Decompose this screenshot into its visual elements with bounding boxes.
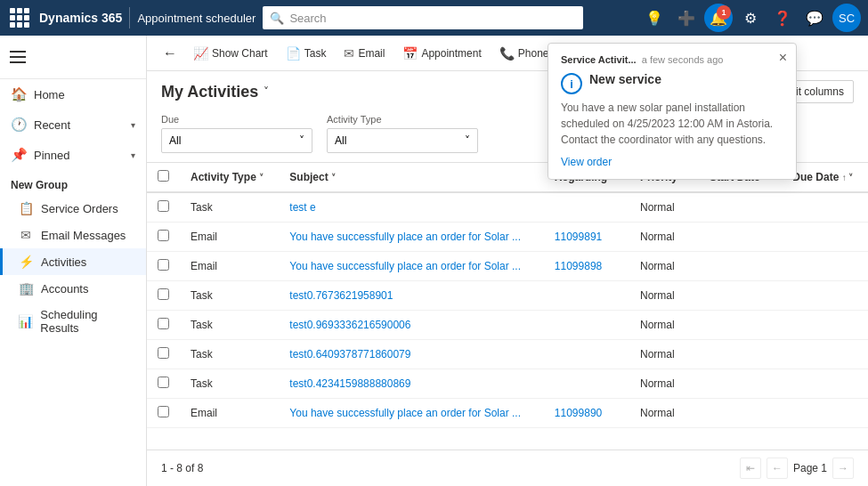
user-avatar[interactable]: SC (832, 4, 861, 32)
subject-link-5[interactable]: test0.6409378771860079 (289, 348, 410, 360)
subject-link-7[interactable]: You have successfully place an order for… (289, 407, 521, 419)
recent-icon: 🕐 (11, 117, 27, 133)
cell-subject: You have successfully place an order for… (279, 252, 544, 281)
hamburger-button[interactable] (4, 43, 32, 71)
cell-due-date (782, 340, 868, 369)
sidebar-home-label: Home (34, 88, 65, 101)
row-checkbox-0[interactable] (158, 200, 169, 212)
activities-icon: ⚡ (18, 255, 34, 269)
title-dropdown-arrow[interactable]: ˅ (264, 85, 269, 98)
sidebar: 🏠 Home 🕐 Recent ▾ 📌 Pinned ▾ New Group 📋… (0, 36, 147, 486)
cell-regarding: 11099898 (544, 252, 629, 281)
table-row: Task test e Normal (147, 192, 868, 223)
row-checkbox-cell (147, 340, 180, 369)
add-button[interactable]: ➕ (672, 4, 701, 32)
show-chart-button[interactable]: 📈 Show Chart (186, 43, 275, 64)
col-activity-type[interactable]: Activity Type ˅ (180, 163, 279, 192)
regarding-link-7[interactable]: 11099890 (555, 407, 602, 419)
nav-divider (129, 7, 130, 28)
subject-link-0[interactable]: test e (289, 201, 315, 214)
sidebar-item-home[interactable]: 🏠 Home (0, 79, 146, 109)
prev-page-button[interactable]: ← (767, 458, 788, 479)
cell-due-date (782, 281, 868, 311)
row-checkbox-2[interactable] (158, 259, 169, 271)
table-row: Task test0.6409378771860079 Normal (147, 340, 868, 369)
due-filter-chevron: ˅ (299, 134, 304, 147)
cell-due-date (782, 311, 868, 340)
due-filter-select[interactable]: All ˅ (161, 128, 312, 153)
help-button[interactable]: ❓ (768, 4, 797, 32)
regarding-link-2[interactable]: 11099898 (555, 260, 602, 272)
select-all-checkbox[interactable] (158, 170, 169, 182)
col-subject[interactable]: Subject ˅ (279, 163, 544, 192)
search-bar[interactable]: 🔍 Search (263, 6, 583, 29)
brand-name: Dynamics 365 (39, 11, 122, 25)
cell-regarding: 11099891 (544, 223, 629, 252)
home-icon: 🏠 (11, 86, 27, 102)
subject-sort: ˅ (331, 173, 336, 182)
email-btn-icon: ✉ (344, 46, 354, 61)
activity-type-value: All (335, 134, 346, 147)
sidebar-item-scheduling-results[interactable]: 📊 Scheduling Results (0, 302, 146, 341)
row-checkbox-7[interactable] (158, 406, 169, 417)
notification-info-icon: i (561, 73, 582, 94)
notification-button[interactable]: 🔔 1 (704, 4, 733, 32)
task-button[interactable]: 📄 Task (279, 43, 334, 64)
sidebar-item-pinned[interactable]: 📌 Pinned ▾ (0, 140, 146, 170)
sidebar-item-activities[interactable]: ⚡ Activities (0, 248, 146, 275)
email-button[interactable]: ✉ Email (337, 43, 392, 64)
cell-priority: Normal (629, 399, 699, 428)
row-checkbox-cell (147, 223, 180, 252)
cell-subject: test e (279, 192, 544, 223)
next-page-button[interactable]: → (832, 458, 854, 479)
cell-subject: You have successfully place an order for… (279, 223, 544, 252)
subject-link-6[interactable]: test0.4234159888880869 (289, 377, 410, 390)
sidebar-item-email-messages[interactable]: ✉ Email Messages (0, 222, 146, 248)
cell-priority: Normal (629, 192, 699, 223)
table-row: Email You have successfully place an ord… (147, 223, 868, 252)
row-checkbox-4[interactable] (158, 318, 169, 329)
cell-activity-type: Email (180, 399, 279, 428)
service-orders-icon: 📋 (18, 201, 34, 215)
pinned-chevron: ▾ (131, 150, 135, 160)
regarding-link-1[interactable]: 11099891 (555, 231, 602, 243)
notification-close-button[interactable]: × (779, 51, 787, 65)
due-filter-label: Due (161, 114, 312, 125)
row-checkbox-1[interactable] (158, 230, 169, 241)
waffle-menu-button[interactable] (7, 5, 32, 30)
subject-link-1[interactable]: You have successfully place an order for… (289, 231, 521, 243)
table-row: Email You have successfully place an ord… (147, 399, 868, 428)
cell-regarding (544, 369, 629, 399)
sidebar-item-recent[interactable]: 🕐 Recent ▾ (0, 109, 146, 140)
cell-start-date (699, 340, 782, 369)
sidebar-recent-label: Recent (34, 118, 70, 132)
cell-regarding (544, 192, 629, 223)
row-checkbox-3[interactable] (158, 288, 169, 300)
subject-link-4[interactable]: test0.9693336216590006 (289, 319, 410, 331)
settings-button[interactable]: ⚙ (736, 4, 765, 32)
back-button[interactable]: ← (158, 42, 183, 65)
search-placeholder: Search (289, 12, 326, 25)
row-checkbox-5[interactable] (158, 347, 169, 359)
pagination: ⇤ ← Page 1 → (740, 458, 854, 479)
feedback-button[interactable]: 💬 (800, 4, 829, 32)
page-title: My Activities (161, 83, 258, 101)
cell-due-date (782, 252, 868, 281)
subject-link-3[interactable]: test0.7673621958901 (289, 289, 393, 302)
activity-type-select[interactable]: All ˅ (327, 128, 478, 153)
row-checkbox-cell (147, 311, 180, 340)
first-page-button[interactable]: ⇤ (740, 458, 761, 479)
cell-regarding (544, 311, 629, 340)
sidebar-item-service-orders[interactable]: 📋 Service Orders (0, 195, 146, 222)
sidebar-item-accounts[interactable]: 🏢 Accounts (0, 275, 146, 302)
cell-start-date (699, 223, 782, 252)
lightbulb-button[interactable]: 💡 (640, 4, 669, 32)
appointment-button[interactable]: 📅 Appointment (395, 43, 488, 64)
cell-regarding (544, 340, 629, 369)
appointment-icon: 📅 (402, 46, 418, 61)
subject-link-2[interactable]: You have successfully place an order for… (289, 260, 521, 272)
sidebar-top (0, 36, 146, 79)
row-checkbox-6[interactable] (158, 377, 169, 388)
show-chart-label: Show Chart (212, 47, 268, 60)
view-order-link[interactable]: View order (561, 156, 612, 168)
